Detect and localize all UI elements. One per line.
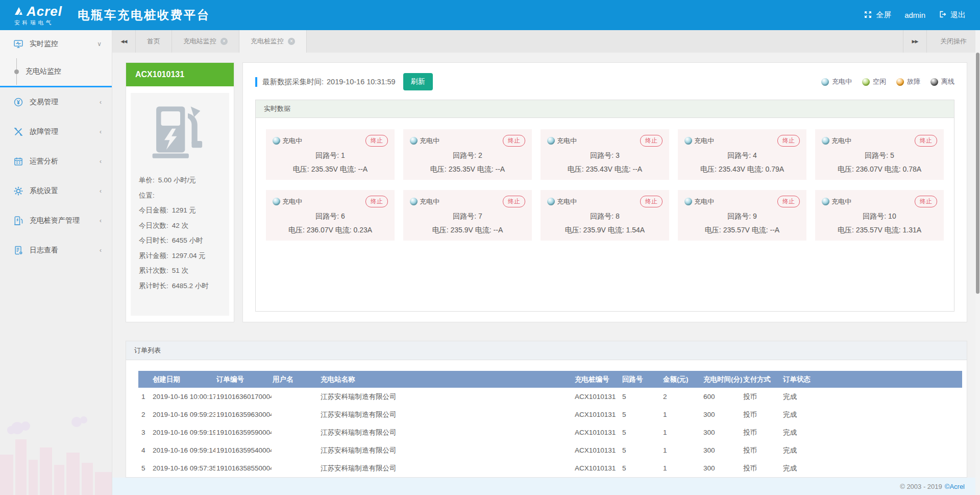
chevron-left-icon: ‹ xyxy=(100,247,102,254)
terminate-button[interactable]: 终止 xyxy=(777,196,800,207)
logout-button[interactable]: 退出 xyxy=(939,10,966,20)
station-info-panel: ACX1010131 xyxy=(126,62,234,322)
tab-pile-monitor[interactable]: 充电桩监控× xyxy=(239,30,307,53)
orders-column-header: 支付方式 xyxy=(742,371,782,388)
stat-label: 今日次数: xyxy=(139,222,168,229)
card-status-row: 充电中终止 xyxy=(547,135,663,147)
terminate-button[interactable]: 终止 xyxy=(503,135,525,147)
sidebar-item-transaction[interactable]: 交易管理‹ xyxy=(0,87,112,117)
submenu-label: 充电站监控 xyxy=(26,67,61,76)
table-cell: 300 xyxy=(702,441,742,459)
status-ball-icon xyxy=(273,198,280,205)
table-row[interactable]: 22019-10-16 09:59:231910163596300046江苏安科… xyxy=(138,406,962,423)
tab-station-monitor[interactable]: 充电站监控× xyxy=(172,30,239,53)
stat-label: 位置: xyxy=(139,192,155,199)
sidebar-item-monitor[interactable]: 实时监控∨ xyxy=(0,30,112,57)
card-voltage-current: 电压: 235.57V 电流: 1.31A xyxy=(822,226,937,235)
terminate-button[interactable]: 终止 xyxy=(777,135,800,147)
stat-label: 今日金额: xyxy=(139,206,168,214)
tab-close-icon[interactable]: × xyxy=(220,38,228,45)
terminate-button[interactable]: 终止 xyxy=(915,196,937,207)
refresh-button[interactable]: 刷新 xyxy=(403,73,433,90)
station-stat-row: 累计金额:1297.04 元 xyxy=(139,248,229,264)
table-cell: 2 xyxy=(138,406,152,423)
orders-table: 创建日期订单编号用户名充电站名称充电桩编号回路号金额(元)充电时间(分)支付方式… xyxy=(138,371,962,477)
acrel-logo-icon xyxy=(14,7,24,18)
terminate-button[interactable]: 终止 xyxy=(365,135,388,147)
table-cell: 1910163601700047 xyxy=(215,388,272,406)
terminate-button[interactable]: 终止 xyxy=(365,196,388,207)
terminate-button[interactable]: 终止 xyxy=(640,196,663,207)
status-ball-icon xyxy=(273,137,280,145)
sidebar-item-fault[interactable]: 故障管理‹ xyxy=(0,117,112,147)
terminate-button[interactable]: 终止 xyxy=(915,135,937,147)
terminate-button[interactable]: 终止 xyxy=(503,196,525,207)
page-title: 电瓶车充电桩收费平台 xyxy=(78,7,210,23)
table-row[interactable]: 42019-10-16 09:59:141910163595400044江苏安科… xyxy=(138,441,962,459)
tab-bar: ◀◀ 首页充电站监控×充电桩监控× ▶▶ 关闭操作 xyxy=(112,30,980,53)
vertical-scrollbar[interactable] xyxy=(975,30,980,495)
status-ball-icon xyxy=(822,198,829,205)
card-voltage-current: 电压: 235.43V 电流: --A xyxy=(547,165,663,174)
card-status-row: 充电中终止 xyxy=(684,196,800,207)
orders-column-header xyxy=(138,371,152,388)
logout-icon xyxy=(939,10,947,20)
card-status-label: 充电中 xyxy=(831,136,851,146)
table-row[interactable]: 32019-10-16 09:59:191910163595900045江苏安科… xyxy=(138,423,962,441)
tab-label: 充电站监控 xyxy=(183,37,216,46)
logout-label: 退出 xyxy=(950,10,966,20)
terminate-button[interactable]: 终止 xyxy=(640,135,663,147)
tab-home[interactable]: 首页 xyxy=(136,30,172,53)
card-circuit-number: 回路号: 2 xyxy=(410,151,525,160)
table-row[interactable]: 12019-10-16 10:00:171910163601700047江苏安科… xyxy=(138,388,962,406)
table-cell: ACX1010131 xyxy=(574,406,621,423)
table-cell: 完成 xyxy=(782,423,962,441)
sidebar: 实时监控∨充电站监控交易管理‹故障管理‹运营分析‹系统设置‹充电桩资产管理‹日志… xyxy=(0,30,112,495)
card-circuit-number: 回路号: 3 xyxy=(547,151,663,160)
table-cell: 投币 xyxy=(742,423,782,441)
chevron-left-icon: ‹ xyxy=(100,99,102,106)
sidebar-item-log[interactable]: 日志查看‹ xyxy=(0,235,112,265)
card-voltage-current: 电压: 235.9V 电流: 1.54A xyxy=(547,226,663,235)
sidebar-item-asset[interactable]: 充电桩资产管理‹ xyxy=(0,206,112,235)
brand-subtitle: 安科瑞电气 xyxy=(14,20,62,26)
card-status-label: 充电中 xyxy=(831,197,851,206)
table-cell: 1 xyxy=(662,441,702,459)
table-cell: 300 xyxy=(702,406,742,423)
fullscreen-button[interactable]: 全屏 xyxy=(864,10,891,20)
sidebar-subitem-station-monitor[interactable]: 充电站监控 xyxy=(0,57,112,86)
table-row[interactable]: 52019-10-16 09:57:351910163585500043江苏安科… xyxy=(138,459,962,477)
user-menu[interactable]: admin xyxy=(904,11,925,19)
station-stat-row: 今日金额:1291 元 xyxy=(139,203,229,218)
collect-time-label: 最新数据采集时间: xyxy=(262,77,324,87)
fault-icon xyxy=(13,127,23,137)
tab-label: 首页 xyxy=(147,37,160,46)
table-cell: ACX1010131 xyxy=(574,459,621,477)
card-voltage-current: 电压: 236.07V 电流: 0.78A xyxy=(822,165,937,174)
tab-close-icon[interactable]: × xyxy=(288,38,295,45)
asset-icon xyxy=(13,216,23,226)
close-operations-menu[interactable]: 关闭操作 xyxy=(926,30,980,53)
double-left-arrow-icon: ◀◀ xyxy=(121,39,127,44)
table-cell: 2019-10-16 10:00:17 xyxy=(152,388,215,406)
tabs-scroll-left-button[interactable]: ◀◀ xyxy=(112,30,136,53)
table-cell: 5 xyxy=(621,388,662,406)
sidebar-item-settings[interactable]: 系统设置‹ xyxy=(0,176,112,206)
sidebar-item-label: 运营分析 xyxy=(30,157,58,166)
card-status-label: 充电中 xyxy=(420,136,439,146)
footer-brand-link[interactable]: ©Acrel xyxy=(945,483,965,490)
stat-label: 累计次数: xyxy=(139,267,168,274)
card-status-row: 充电中终止 xyxy=(822,135,937,147)
table-cell xyxy=(272,406,320,423)
card-voltage-current: 电压: 235.43V 电流: 0.79A xyxy=(684,165,800,174)
sidebar-item-analysis[interactable]: 运营分析‹ xyxy=(0,147,112,176)
username-label: admin xyxy=(904,11,925,19)
tabs-scroll-right-button[interactable]: ▶▶ xyxy=(903,30,926,53)
scrollbar-thumb[interactable] xyxy=(976,53,979,294)
table-cell: 投币 xyxy=(742,441,782,459)
table-cell: 300 xyxy=(702,459,742,477)
card-circuit-number: 回路号: 8 xyxy=(547,212,663,221)
card-status-label: 充电中 xyxy=(420,197,439,206)
sidebar-group-asset: 充电桩资产管理‹ xyxy=(0,206,112,235)
status-ball-icon xyxy=(822,137,829,145)
